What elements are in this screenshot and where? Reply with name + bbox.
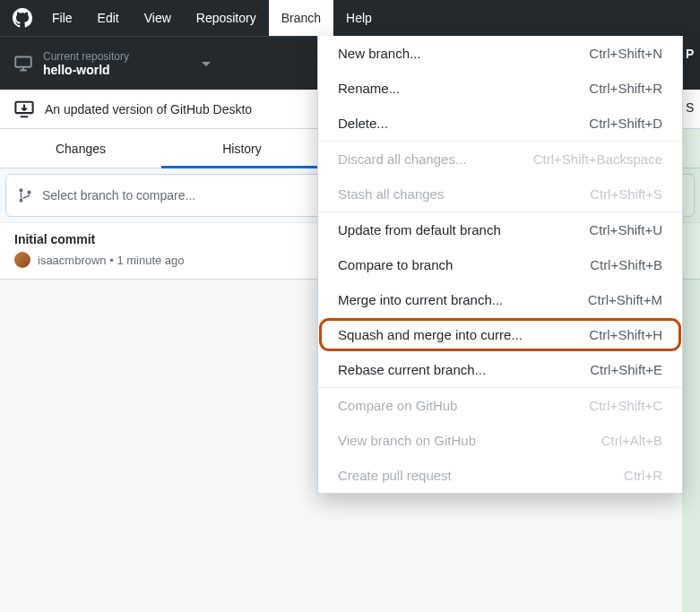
github-logo-icon: [13, 8, 32, 28]
menu-item-label: Discard all changes...: [338, 151, 466, 167]
menu-item-label: Compare to branch: [338, 257, 453, 272]
menu-item-shortcut: Ctrl+Shift+D: [589, 116, 662, 131]
branch-menu-discard-all-changes: Discard all changes...Ctrl+Shift+Backspa…: [318, 142, 682, 177]
svg-rect-0: [15, 56, 31, 66]
menu-item-label: Rebase current branch...: [338, 362, 486, 377]
menu-item-label: Squash and merge into curre...: [338, 327, 523, 342]
menu-repository[interactable]: Repository: [184, 0, 269, 36]
menu-item-shortcut: Ctrl+Shift+R: [589, 81, 662, 96]
menu-item-shortcut: Ctrl+Shift+M: [588, 292, 662, 307]
menu-item-shortcut: Ctrl+Shift+N: [589, 46, 662, 61]
branch-menu-rebase-current-branch[interactable]: Rebase current branch...Ctrl+Shift+E: [318, 352, 682, 387]
avatar: [14, 252, 30, 268]
menubar: FileEditViewRepositoryBranchHelp: [0, 0, 700, 36]
clipped-toolbar: P: [682, 36, 700, 90]
menu-item-label: Rename...: [338, 81, 400, 96]
download-icon: [14, 99, 34, 119]
branch-menu-create-pull-request: Create pull requestCtrl+R: [318, 458, 682, 493]
menu-item-shortcut: Ctrl+Shift+H: [589, 327, 662, 342]
banner-text: An updated version of GitHub Deskto: [45, 102, 252, 116]
menu-edit[interactable]: Edit: [85, 0, 132, 36]
branch-menu-dropdown: New branch...Ctrl+Shift+NRename...Ctrl+S…: [317, 36, 683, 494]
menu-item-shortcut: Ctrl+R: [624, 468, 662, 483]
branch-menu-view-branch-on-github: View branch on GitHubCtrl+Alt+B: [318, 423, 682, 458]
svg-point-4: [27, 191, 30, 194]
branch-menu-compare-to-branch[interactable]: Compare to branchCtrl+Shift+B: [318, 247, 682, 282]
tab-history[interactable]: History: [161, 129, 323, 168]
branch-menu-squash-and-merge-into-curre[interactable]: Squash and merge into curre...Ctrl+Shift…: [318, 317, 682, 352]
svg-point-3: [19, 199, 22, 203]
commit-time: 1 minute ago: [117, 254, 184, 267]
branch-menu-delete[interactable]: Delete...Ctrl+Shift+D: [318, 106, 682, 141]
menu-item-label: Update from default branch: [338, 222, 501, 237]
branch-select-placeholder: Select branch to compare...: [42, 188, 195, 203]
branch-menu-rename[interactable]: Rename...Ctrl+Shift+R: [318, 71, 682, 106]
clipped-banner: S: [682, 90, 700, 129]
menu-item-label: Compare on GitHub: [338, 398, 457, 413]
menu-view[interactable]: View: [132, 0, 184, 36]
branch-menu-compare-on-github: Compare on GitHubCtrl+Shift+C: [318, 388, 682, 423]
menu-item-shortcut: Ctrl+Shift+C: [589, 398, 662, 413]
branch-menu-merge-into-current-branch[interactable]: Merge into current branch...Ctrl+Shift+M: [318, 282, 682, 317]
menu-file[interactable]: File: [39, 0, 85, 36]
menu-item-shortcut: Ctrl+Shift+U: [589, 222, 662, 237]
current-repository-selector[interactable]: Current repository hello-world: [0, 37, 226, 90]
branch-menu-stash-all-changes: Stash all changesCtrl+Shift+S: [318, 177, 682, 211]
menu-item-shortcut: Ctrl+Shift+Backspace: [533, 151, 662, 167]
right-clipped-area: P S: [682, 36, 700, 612]
menu-item-label: Merge into current branch...: [338, 292, 503, 307]
clipped-detail-pane: [682, 129, 700, 612]
branch-menu-new-branch[interactable]: New branch...Ctrl+Shift+N: [318, 36, 682, 71]
svg-point-2: [19, 188, 22, 192]
repo-value: hello-world: [43, 63, 129, 77]
repo-label: Current repository: [43, 50, 129, 63]
menu-item-label: Delete...: [338, 116, 388, 131]
commit-author: isaacmbrown: [38, 254, 107, 267]
menu-item-shortcut: Ctrl+Shift+S: [590, 186, 662, 202]
monitor-icon: [14, 55, 32, 73]
chevron-down-icon: [129, 58, 212, 69]
git-branch-icon: [17, 187, 33, 203]
tab-changes[interactable]: Changes: [0, 129, 161, 168]
menu-branch[interactable]: Branch: [269, 0, 333, 36]
menu-item-shortcut: Ctrl+Alt+B: [601, 433, 662, 448]
menu-item-label: Create pull request: [338, 468, 452, 483]
menu-item-shortcut: Ctrl+Shift+E: [590, 362, 662, 377]
menu-item-shortcut: Ctrl+Shift+B: [590, 257, 662, 272]
menu-item-label: New branch...: [338, 46, 421, 61]
menu-help[interactable]: Help: [333, 0, 385, 36]
menu-item-label: View branch on GitHub: [338, 433, 476, 448]
menu-item-label: Stash all changes: [338, 186, 444, 202]
branch-menu-update-from-default-branch[interactable]: Update from default branchCtrl+Shift+U: [318, 212, 682, 247]
